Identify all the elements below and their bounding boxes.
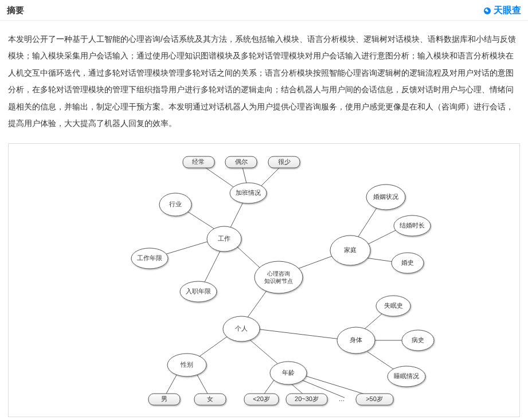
node-ot-sometimes: 偶尔 (225, 156, 257, 168)
header: 摘要 天眼查 (0, 0, 528, 21)
node-male: 男 (148, 394, 180, 405)
brand-logo[interactable]: 天眼查 (483, 5, 521, 17)
svg-text:20~30岁: 20~30岁 (295, 395, 319, 402)
svg-text:个人: 个人 (235, 325, 248, 332)
svg-text:家庭: 家庭 (344, 246, 357, 253)
node-age-20-30: 20~30岁 (286, 394, 327, 405)
node-age-gt50: >50岁 (356, 394, 393, 405)
brand-eye-icon (483, 6, 492, 15)
node-marriage-len: 结婚时长 (394, 215, 431, 236)
svg-text:行业: 行业 (169, 201, 182, 207)
svg-text:>50岁: >50岁 (366, 395, 383, 402)
svg-text:身体: 身体 (350, 336, 362, 343)
abstract-text: 本发明公开了一种基于人工智能的心理咨询/会话系统及其方法，系统包括输入模块、语言… (0, 21, 528, 143)
svg-text:睡眠情况: 睡眠情况 (394, 372, 419, 379)
svg-text:很少: 很少 (278, 158, 291, 165)
svg-text:加班情况: 加班情况 (236, 189, 261, 196)
node-work: 工作 (207, 226, 241, 252)
svg-text:婚史: 婚史 (401, 259, 414, 266)
node-age-dots: … (338, 395, 345, 402)
node-insomnia: 失眠史 (376, 296, 410, 316)
svg-text:男: 男 (161, 395, 167, 402)
node-ot-often: 经常 (183, 156, 214, 168)
svg-text:入职年限: 入职年限 (186, 288, 211, 295)
node-age: 年龄 (270, 362, 307, 384)
svg-line-17 (256, 329, 350, 340)
svg-text:工作年限: 工作年限 (137, 254, 162, 261)
svg-text:失眠史: 失眠史 (384, 302, 402, 309)
node-family: 家庭 (330, 235, 370, 265)
node-body: 身体 (337, 327, 375, 354)
node-marital: 婚姻状况 (366, 185, 405, 210)
mindmap-svg: 心理咨询 知识树节点 工作 行业 工作年限 入职年限 加班 (64, 148, 465, 412)
node-ot-rare: 很少 (268, 156, 300, 168)
node-industry: 行业 (159, 193, 191, 216)
svg-text:…: … (338, 395, 345, 402)
node-sleep: 睡眠情况 (388, 366, 425, 387)
diagram-container: 心理咨询 知识树节点 工作 行业 工作年限 入职年限 加班 (8, 143, 520, 417)
node-center: 心理咨询 知识树节点 (255, 261, 303, 293)
node-female: 女 (194, 394, 226, 405)
svg-text:心理咨询: 心理咨询 (267, 270, 290, 277)
svg-text:知识树节点: 知识树节点 (264, 278, 293, 284)
svg-text:性别: 性别 (180, 361, 193, 368)
brand-text: 天眼查 (494, 5, 521, 17)
svg-text:婚姻状况: 婚姻状况 (373, 193, 398, 200)
svg-text:偶尔: 偶尔 (235, 158, 248, 165)
node-illness: 病史 (402, 330, 434, 351)
node-age-lt20: <20岁 (244, 394, 279, 405)
svg-point-1 (486, 10, 488, 12)
svg-text:年龄: 年龄 (282, 369, 295, 376)
node-overtime: 加班情况 (230, 183, 267, 203)
svg-text:经常: 经常 (192, 158, 205, 165)
node-personal: 个人 (223, 316, 260, 342)
node-entry-years: 入职年限 (180, 281, 217, 302)
svg-text:结婚时长: 结婚时长 (400, 222, 425, 229)
node-marriage-hist: 婚史 (392, 253, 424, 273)
section-title: 摘要 (7, 5, 24, 16)
svg-text:女: 女 (206, 395, 213, 402)
node-gender: 性别 (167, 354, 206, 376)
svg-text:病史: 病史 (412, 336, 424, 343)
node-work-years: 工作年限 (131, 248, 168, 269)
svg-text:<20岁: <20岁 (253, 395, 270, 402)
svg-text:工作: 工作 (218, 235, 230, 242)
